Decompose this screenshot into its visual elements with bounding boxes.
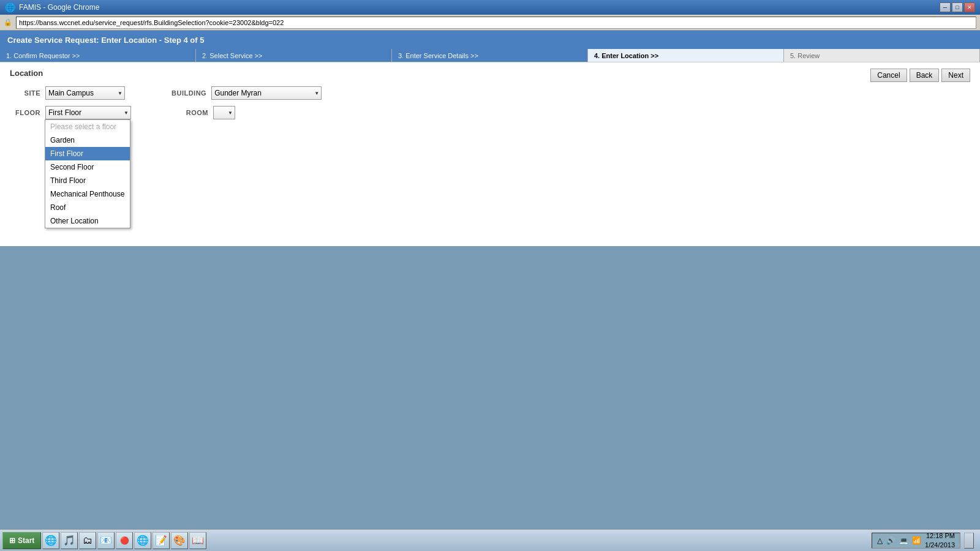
tray-icon-4: 📶 (912, 536, 921, 545)
browser-icon: 🌐 (5, 2, 15, 12)
system-tray: △ 🔊 💻 📶 12:18 PM 1/24/2013 (872, 533, 960, 549)
floor-select-wrapper: Please select a floor Garden First Floor… (45, 106, 131, 119)
building-select[interactable]: Gunder Myran (211, 86, 322, 100)
tray-icon-3: 💻 (899, 536, 908, 545)
start-button[interactable]: ⊞ Start (2, 532, 41, 549)
building-group: BUILDING Gunder Myran (172, 86, 322, 100)
clock-time: 12:18 PM (925, 531, 955, 540)
step-5[interactable]: 5. Review (784, 49, 980, 62)
building-label: BUILDING (172, 89, 206, 97)
step-2[interactable]: 2. Select Service >> (196, 49, 392, 62)
step-1[interactable]: 1. Confirm Requestor >> (0, 49, 196, 62)
main-content: Location Cancel Back Next SITE Main Camp… (0, 62, 980, 246)
room-select[interactable] (213, 106, 235, 119)
page-header: Create Service Request: Enter Location -… (0, 31, 980, 49)
dropdown-item-roof[interactable]: Roof (45, 201, 130, 214)
dropdown-item-first-floor[interactable]: First Floor (45, 147, 130, 160)
dropdown-item-garden[interactable]: Garden (45, 133, 130, 147)
taskbar-explorer-icon[interactable]: 🗂 (79, 532, 96, 549)
dropdown-item-mechanical-penthouse[interactable]: Mechanical Penthouse (45, 187, 130, 201)
browser-title: FAMIS - Google Chrome (19, 3, 99, 12)
taskbar-email-icon[interactable]: 📧 (97, 532, 115, 549)
progress-bar: 1. Confirm Requestor >> 2. Select Servic… (0, 49, 980, 62)
close-button[interactable]: ✕ (964, 2, 975, 12)
taskbar-media-icon[interactable]: 🎵 (61, 532, 78, 549)
step-3[interactable]: 3. Enter Service Details >> (392, 49, 588, 62)
action-buttons: Cancel Back Next (870, 69, 970, 82)
site-group: SITE Main Campus (10, 86, 125, 100)
minimize-button[interactable]: ─ (940, 2, 951, 12)
site-building-row: SITE Main Campus BUILDING Gunder Myran (10, 86, 970, 100)
taskbar-chrome-icon[interactable]: 🌐 (134, 532, 151, 549)
page-title: Create Service Request: Enter Location -… (7, 36, 204, 45)
building-select-wrapper: Gunder Myran (211, 86, 322, 100)
show-desktop-button[interactable] (964, 533, 974, 549)
taskbar-ps-icon[interactable]: 🎨 (171, 532, 188, 549)
tray-icon-1: △ (877, 536, 883, 545)
site-select[interactable]: Main Campus (45, 86, 125, 100)
dropdown-item-second-floor[interactable]: Second Floor (45, 160, 130, 174)
clock: 12:18 PM 1/24/2013 (925, 531, 955, 549)
site-label: SITE (10, 89, 40, 97)
start-label: Start (18, 536, 34, 545)
cancel-button[interactable]: Cancel (870, 69, 907, 82)
dropdown-item-other-location[interactable]: Other Location (45, 214, 130, 228)
maximize-button[interactable]: □ (952, 2, 963, 12)
room-select-wrapper (213, 106, 235, 119)
floor-dropdown-open: Please select a floor Garden First Floor… (45, 119, 130, 228)
taskbar-red-icon[interactable]: 🔴 (116, 532, 133, 549)
taskbar-ie-icon[interactable]: 🌐 (42, 532, 59, 549)
floor-label: FLOOR (10, 109, 40, 116)
step-4[interactable]: 4. Enter Location >> (588, 49, 784, 62)
floor-group: FLOOR Please select a floor Garden First… (10, 106, 131, 119)
back-button[interactable]: Back (910, 69, 940, 82)
dropdown-item-placeholder[interactable]: Please select a floor (45, 120, 130, 133)
section-title: Location (10, 69, 970, 78)
site-select-wrapper: Main Campus (45, 86, 125, 100)
tray-icon-2: 🔊 (886, 536, 895, 545)
taskbar-word-icon[interactable]: 📝 (153, 532, 170, 549)
room-label: ROOM (178, 109, 208, 116)
taskbar-book-icon[interactable]: 📖 (189, 532, 206, 549)
next-button[interactable]: Next (941, 69, 970, 82)
clock-date: 1/24/2013 (925, 541, 955, 549)
taskbar-right: △ 🔊 💻 📶 12:18 PM 1/24/2013 (872, 533, 978, 549)
room-group: ROOM (178, 106, 235, 119)
floor-select[interactable]: Please select a floor Garden First Floor… (45, 106, 131, 119)
start-icon: ⊞ (9, 536, 15, 545)
window-controls: ─ □ ✕ (940, 2, 975, 12)
floor-room-row: FLOOR Please select a floor Garden First… (10, 106, 970, 119)
lock-icon: 🔒 (4, 18, 12, 26)
dropdown-item-third-floor[interactable]: Third Floor (45, 174, 130, 187)
url-input[interactable] (16, 17, 976, 29)
taskbar: ⊞ Start 🌐 🎵 🗂 📧 🔴 🌐 📝 🎨 📖 △ 🔊 💻 📶 12:18 … (0, 529, 980, 551)
title-bar: 🌐 FAMIS - Google Chrome ─ □ ✕ (0, 0, 980, 15)
address-bar: 🔒 (0, 15, 980, 31)
